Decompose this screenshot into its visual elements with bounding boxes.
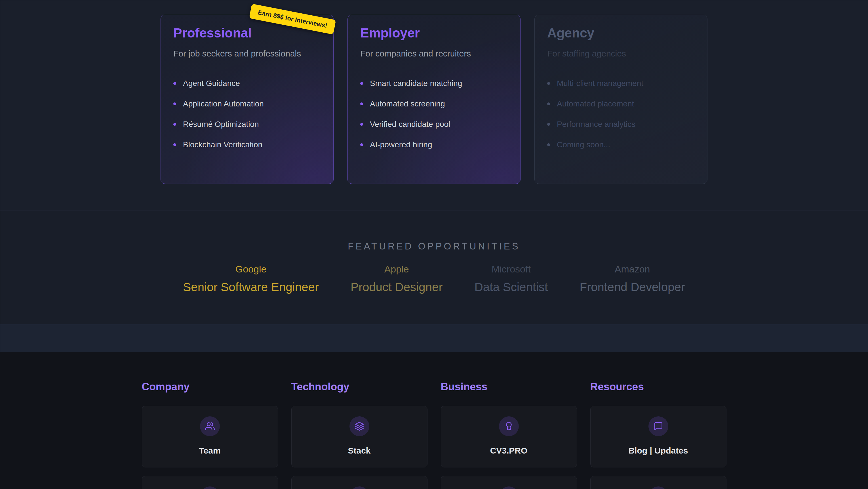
job-company: Microsoft (474, 264, 548, 275)
job-item-amazon[interactable]: Amazon Frontend Developer (580, 264, 685, 294)
plan-title: Employer (360, 26, 508, 40)
job-company: Apple (351, 264, 443, 275)
feature-item: Blockchain Verification (173, 135, 321, 155)
bullet-icon (547, 123, 550, 126)
hidden-icon (349, 486, 369, 489)
job-item-apple[interactable]: Apple Product Designer (351, 264, 443, 294)
feature-label: Coming soon... (557, 140, 610, 149)
layers-icon (349, 416, 369, 436)
plan-card-professional[interactable]: Professional For job seekers and profess… (160, 15, 334, 184)
feature-label: Verified candidate pool (370, 120, 450, 129)
job-role: Senior Software Engineer (183, 280, 319, 294)
feature-label: AI-powered hiring (370, 140, 432, 149)
footer-heading: Business (441, 381, 577, 393)
feature-label: Smart candidate matching (370, 79, 462, 88)
bullet-icon (173, 123, 176, 126)
plan-subtitle: For staffing agencies (547, 49, 695, 58)
plans-section: Earn $$$ for Interviews! Professional Fo… (0, 0, 868, 210)
feature-label: Agent Guidance (183, 79, 240, 88)
bullet-icon (547, 143, 550, 146)
footer-card-stack[interactable]: Stack (291, 406, 428, 467)
feature-item: Verified candidate pool (360, 114, 508, 135)
feature-label: Application Automation (183, 99, 264, 108)
feature-label: Automated screening (370, 99, 445, 108)
bullet-icon (360, 143, 363, 146)
footer-column-business: Business CV3.PRO (441, 381, 577, 489)
footer-card-partial[interactable] (590, 476, 726, 489)
feature-label: Résumé Optimization (183, 120, 259, 129)
footer-column-resources: Resources Blog | Updates (590, 381, 726, 489)
bullet-icon (360, 82, 363, 85)
footer-card-partial[interactable] (291, 476, 428, 489)
footer-card-label: CV3.PRO (490, 446, 528, 456)
job-role: Data Scientist (474, 280, 548, 294)
plan-feature-list: Multi-client management Automated placem… (547, 73, 695, 155)
footer-card-team[interactable]: Team (142, 406, 278, 467)
bullet-icon (360, 123, 363, 126)
plan-feature-list: Agent Guidance Application Automation Ré… (173, 73, 321, 155)
footer-card-label: Team (199, 446, 220, 456)
feature-label: Multi-client management (557, 79, 643, 88)
footer-grid: Company Team Technology Stack (142, 352, 726, 489)
bullet-icon (173, 103, 176, 105)
feature-item: Résumé Optimization (173, 114, 321, 135)
footer-card-blog[interactable]: Blog | Updates (590, 406, 726, 467)
plan-subtitle: For job seekers and professionals (173, 49, 321, 58)
hidden-icon (499, 486, 519, 489)
spacer-band (0, 324, 868, 352)
feature-label: Performance analytics (557, 120, 636, 129)
users-icon (200, 416, 220, 436)
feature-item: Performance analytics (547, 114, 695, 135)
plan-title: Professional (173, 26, 321, 40)
job-item-google[interactable]: Google Senior Software Engineer (183, 264, 319, 294)
feature-item: Multi-client management (547, 73, 695, 94)
bullet-icon (173, 82, 176, 85)
footer-column-technology: Technology Stack (291, 381, 428, 489)
footer-heading: Company (142, 381, 278, 393)
footer-card-partial[interactable] (142, 476, 278, 489)
footer-card-cv3pro[interactable]: CV3.PRO (441, 406, 577, 467)
page: Earn $$$ for Interviews! Professional Fo… (0, 0, 868, 489)
feature-item: Agent Guidance (173, 73, 321, 94)
plan-title: Agency (547, 26, 695, 40)
bullet-icon (547, 103, 550, 105)
feature-item: Application Automation (173, 94, 321, 114)
job-company: Google (183, 264, 319, 275)
hidden-icon (648, 486, 668, 489)
featured-jobs-row: Google Senior Software Engineer Apple Pr… (0, 264, 868, 294)
job-role: Frontend Developer (580, 280, 685, 294)
footer-card-label: Stack (348, 446, 370, 456)
feature-item: Smart candidate matching (360, 73, 508, 94)
job-role: Product Designer (351, 280, 443, 294)
feature-item: AI-powered hiring (360, 135, 508, 155)
message-icon (648, 416, 668, 436)
plan-card-agency[interactable]: Agency For staffing agencies Multi-clien… (534, 15, 708, 184)
feature-label: Automated placement (557, 99, 634, 108)
plan-subtitle: For companies and recruiters (360, 49, 508, 58)
hidden-icon (200, 486, 220, 489)
bullet-icon (173, 143, 176, 146)
job-item-microsoft[interactable]: Microsoft Data Scientist (474, 264, 548, 294)
footer-heading: Technology (291, 381, 428, 393)
footer-card-partial[interactable] (441, 476, 577, 489)
plan-card-employer[interactable]: Employer For companies and recruiters Sm… (347, 15, 521, 184)
plan-cards-row: Professional For job seekers and profess… (0, 0, 868, 184)
feature-item: Automated placement (547, 94, 695, 114)
footer-section: Company Team Technology Stack (0, 352, 868, 489)
footer-card-label: Blog | Updates (628, 446, 688, 456)
featured-section: FEATURED OPPORTUNITIES Google Senior Sof… (0, 210, 868, 324)
feature-item: Automated screening (360, 94, 508, 114)
award-icon (499, 416, 519, 436)
left-edge-divider (0, 0, 0, 352)
footer-heading: Resources (590, 381, 726, 393)
featured-heading: FEATURED OPPORTUNITIES (0, 211, 868, 252)
feature-item: Coming soon... (547, 135, 695, 155)
job-company: Amazon (580, 264, 685, 275)
bullet-icon (547, 82, 550, 85)
bullet-icon (360, 103, 363, 105)
feature-label: Blockchain Verification (183, 140, 262, 149)
footer-column-company: Company Team (142, 381, 278, 489)
plan-feature-list: Smart candidate matching Automated scree… (360, 73, 508, 155)
